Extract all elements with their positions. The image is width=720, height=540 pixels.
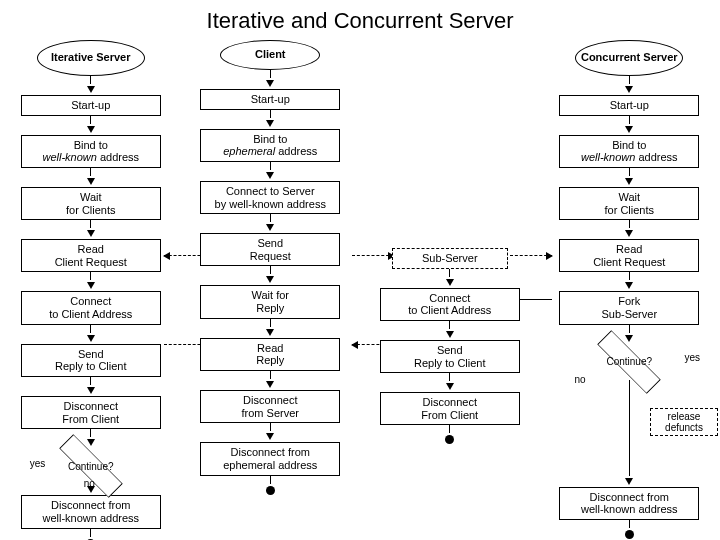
- sub-disc: DisconnectFrom Client: [380, 392, 520, 425]
- iter-no: no: [84, 478, 95, 489]
- iter-startup: Start-up: [21, 95, 161, 116]
- conc-end: [625, 530, 634, 539]
- header-concurrent: Concurrent Server: [575, 40, 683, 76]
- client-connect: Connect to Serverby well-known address: [200, 181, 340, 214]
- header-client: Client: [220, 40, 320, 70]
- conc-read: ReadClient Request: [559, 239, 699, 272]
- conc-bind: Bind towell-known address: [559, 135, 699, 168]
- client-wait: Wait forReply: [200, 285, 340, 318]
- client-disc-eph: Disconnect fromephemeral address: [200, 442, 340, 475]
- iter-send: SendReply to Client: [21, 344, 161, 377]
- sub-end: [445, 435, 454, 444]
- sub-send: SendReply to Client: [380, 340, 520, 373]
- col-subserver: Sub-Server Connectto Client Address Send…: [367, 40, 533, 444]
- conc-wait: Waitfor Clients: [559, 187, 699, 220]
- iter-connect: Connectto Client Address: [21, 291, 161, 324]
- conc-release: releasedefuncts: [650, 408, 718, 436]
- col-concurrent: Concurrent Server Start-up Bind towell-k…: [547, 40, 713, 539]
- conc-no: no: [575, 374, 586, 385]
- client-disc: Disconnectfrom Server: [200, 390, 340, 423]
- iter-read: ReadClient Request: [21, 239, 161, 272]
- conc-disc-wk: Disconnect fromwell-known address: [559, 487, 699, 520]
- iter-wait: Waitfor Clients: [21, 187, 161, 220]
- iter-bind: Bind towell-known address: [21, 135, 161, 168]
- iter-yes: yes: [30, 458, 46, 469]
- conc-yes: yes: [684, 352, 700, 363]
- col-iterative: Iterative Server Start-up Bind towell-kn…: [8, 40, 174, 540]
- header-iterative: Iterative Server: [37, 40, 145, 76]
- iter-disconnect: DisconnectFrom Client: [21, 396, 161, 429]
- conc-startup: Start-up: [559, 95, 699, 116]
- client-end: [266, 486, 275, 495]
- conc-fork: ForkSub-Server: [559, 291, 699, 324]
- client-startup: Start-up: [200, 89, 340, 110]
- diagram: Iterative Server Start-up Bind towell-kn…: [8, 40, 712, 540]
- client-read: ReadReply: [200, 338, 340, 371]
- sub-header: Sub-Server: [392, 248, 508, 269]
- sub-connect: Connectto Client Address: [380, 288, 520, 321]
- client-send: SendRequest: [200, 233, 340, 266]
- conc-continue: Continue?: [594, 344, 664, 380]
- col-client: Client Start-up Bind toephemeral address…: [188, 40, 354, 495]
- iter-disc-wk: Disconnect fromwell-known address: [21, 495, 161, 528]
- client-bind: Bind toephemeral address: [200, 129, 340, 162]
- page-title: Iterative and Concurrent Server: [8, 8, 712, 34]
